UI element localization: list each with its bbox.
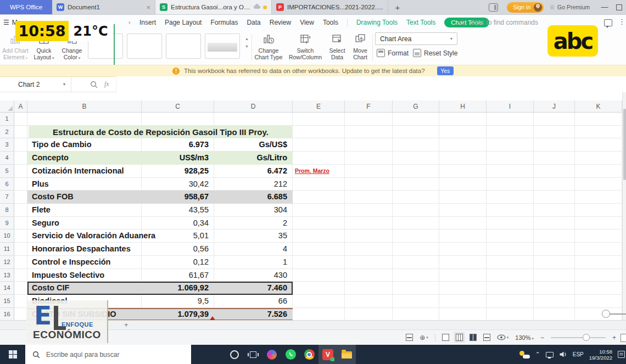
weather-icon[interactable] (519, 351, 530, 359)
row-header-11[interactable]: 11 (0, 243, 14, 256)
gallery-scroll[interactable]: ▲▼ (245, 37, 249, 48)
zoom-slider[interactable] (551, 337, 606, 338)
menu-item-text-tools[interactable]: Text Tools (406, 19, 435, 26)
column-header-G[interactable]: G (393, 100, 439, 113)
tab-estructura-gasoil[interactable]: S Estructura Gasoi...ora y Oikoite 93 (155, 0, 272, 14)
change-chart-type-button[interactable]: Change Chart Type (254, 32, 283, 60)
menu-item-data[interactable]: Data (247, 19, 260, 26)
cell-D7[interactable]: 6.685 (214, 191, 293, 204)
cell-D4[interactable]: Gs/Litro (214, 152, 293, 165)
cell-D6[interactable]: 212 (214, 178, 293, 191)
wps-office-taskbar-button[interactable]: V (318, 345, 337, 364)
cell-D14[interactable]: 7.460 (214, 282, 293, 295)
move-chart-button[interactable]: Move Chart (349, 32, 371, 60)
display-icon[interactable] (546, 352, 554, 357)
minimize-button[interactable]: — (597, 0, 612, 14)
notification-center-icon[interactable] (618, 351, 625, 358)
command-search-input[interactable] (469, 18, 548, 27)
close-tab-icon[interactable]: × (146, 3, 150, 12)
zoom-slider-knob[interactable] (583, 334, 590, 341)
cell-D15[interactable]: 66 (214, 295, 293, 308)
more-options-icon[interactable]: ⋮ (618, 18, 625, 26)
column-header-E[interactable]: E (293, 100, 345, 113)
column-header-D[interactable]: D (214, 100, 293, 113)
column-header-B[interactable]: B (27, 100, 142, 113)
ribbon-scroll-left-icon[interactable]: ‹ (128, 19, 131, 26)
cell-C12[interactable]: 0,12 (142, 256, 214, 269)
chart-area-dropdown[interactable]: Chart Area ▾ (375, 32, 457, 45)
taskbar-search-input[interactable] (45, 350, 174, 359)
row-header-4[interactable]: 4 (0, 152, 14, 165)
task-view-button[interactable] (244, 345, 262, 364)
wps-office-button[interactable]: WPS Office (0, 0, 52, 14)
clipped-status-icon[interactable] (621, 334, 626, 342)
zoom-in-button[interactable]: + (612, 334, 616, 341)
vertical-scrollbar[interactable] (622, 92, 626, 320)
cell-C13[interactable]: 61,67 (142, 269, 214, 282)
column-header-F[interactable]: F (345, 100, 393, 113)
row-header-14[interactable]: 14 (0, 282, 14, 295)
menu-item-tools[interactable]: Tools (323, 19, 338, 26)
cortana-button[interactable] (225, 345, 244, 364)
cell-C6[interactable]: 30,42 (142, 178, 214, 191)
sign-in-button[interactable]: Sign in (507, 2, 544, 13)
menu-item-formulas[interactable]: Formulas (210, 19, 238, 26)
switch-row-column-button[interactable]: Switch Row/Column (286, 32, 325, 60)
selection-mode-icon[interactable] (406, 334, 413, 341)
merged-title-cell[interactable]: Estructura de Costo de Reposición Gasoil… (29, 126, 293, 139)
row-header-5[interactable]: 5 (0, 165, 14, 178)
sidebar-toggle-icon[interactable] (489, 3, 498, 12)
row-header-16[interactable]: 16 (0, 308, 14, 321)
add-sheet-button[interactable]: + (124, 321, 128, 329)
row-header-6[interactable]: 6 (0, 178, 14, 191)
row-header-2[interactable]: 2 (0, 126, 14, 139)
taskbar-search[interactable] (25, 345, 191, 364)
tab-importaciones-pdf[interactable]: P IMPORTACIONES...2021-2022.pdf (272, 0, 388, 14)
cell-D13[interactable]: 430 (214, 269, 293, 282)
normal-view-icon[interactable] (456, 334, 463, 341)
row-header-1[interactable]: 1 (0, 113, 14, 126)
select-all-corner[interactable] (0, 100, 14, 113)
whatsapp-button[interactable] (281, 345, 300, 364)
name-box[interactable]: Chart 2 ▾ (0, 77, 71, 92)
cell-C10[interactable]: 5,01 (142, 229, 214, 243)
row-header-7[interactable]: 7 (0, 191, 14, 204)
scrollbar-thumb[interactable] (623, 109, 626, 180)
column-header-H[interactable]: H (439, 100, 487, 113)
new-tab-button[interactable]: + (388, 0, 407, 14)
cell-D12[interactable]: 1 (214, 256, 293, 269)
cell-E5[interactable]: Prom. Marzo (295, 165, 347, 178)
cell-C14[interactable]: 1.069,92 (142, 282, 214, 295)
cell-C16[interactable]: 1.079,39 (142, 308, 214, 321)
row-header-12[interactable]: 12 (0, 256, 14, 269)
column-header-J[interactable]: J (534, 100, 575, 113)
column-header-C[interactable]: C (142, 100, 214, 113)
cell-D8[interactable]: 304 (214, 204, 293, 217)
cell-C9[interactable]: 0,34 (142, 217, 214, 230)
page-layout-view-icon[interactable] (470, 334, 477, 341)
zoom-out-button[interactable]: − (540, 334, 544, 341)
command-search[interactable] (459, 17, 551, 28)
speaker-icon[interactable] (559, 351, 567, 358)
chart-style-thumbnail[interactable] (166, 33, 201, 59)
row-header-10[interactable]: 10 (0, 229, 14, 243)
menu-item-drawing-tools[interactable]: Drawing Tools (356, 19, 398, 26)
start-button[interactable] (0, 345, 25, 364)
cell-D9[interactable]: 2 (214, 217, 293, 230)
app-button[interactable] (262, 345, 281, 364)
column-header-I[interactable]: I (487, 100, 534, 113)
menu-item-review[interactable]: Review (270, 19, 291, 26)
tray-clock[interactable]: 10:58 19/3/2022 (589, 349, 612, 361)
chart-selection-handle[interactable] (602, 310, 610, 318)
cell-C5[interactable]: 928,25 (142, 165, 214, 178)
zoom-level[interactable]: 130%▾ (515, 334, 534, 341)
cell-D5[interactable]: 6.472 (214, 165, 293, 178)
reset-style-button[interactable]: Reset Style (413, 49, 457, 57)
select-data-button[interactable]: Select Data (326, 32, 348, 60)
format-button[interactable]: Format (377, 49, 409, 57)
hidden-icons-chevron[interactable]: ⌃ (535, 351, 540, 358)
column-header-K[interactable]: K (575, 100, 622, 113)
zoom-magnifier-icon[interactable] (90, 81, 98, 88)
pan-tool-icon[interactable]: ⊕▾ (420, 334, 428, 341)
formula-input[interactable] (116, 76, 626, 92)
